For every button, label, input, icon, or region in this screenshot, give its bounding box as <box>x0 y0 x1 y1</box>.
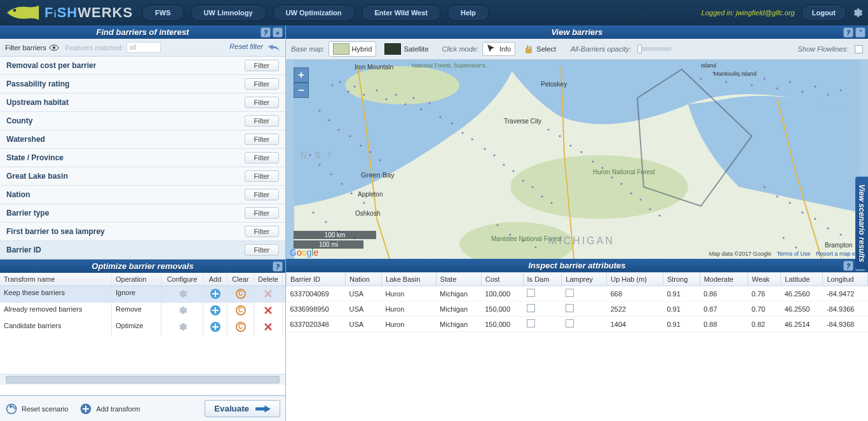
collapse-left-icon[interactable]: « <box>273 27 283 38</box>
nav-uw-limnology[interactable]: UW Limnology <box>191 4 266 21</box>
col-longitude[interactable]: Longitud <box>823 273 868 286</box>
filter-button[interactable]: Filter <box>245 244 279 256</box>
help-icon[interactable]: ? <box>261 27 271 38</box>
col-clear[interactable]: Clear <box>227 273 254 286</box>
col-nation[interactable]: Nation <box>345 273 381 286</box>
col-up-hab[interactable]: Up Hab (m) <box>607 273 663 286</box>
col-barrier-id[interactable]: Barrier ID <box>287 273 346 286</box>
col-transform-name[interactable]: Transform name <box>0 273 112 286</box>
nav-help[interactable]: Help <box>447 4 489 21</box>
collapse-up-icon[interactable]: ˆ <box>855 27 865 38</box>
col-lamprey[interactable]: Lamprey <box>562 273 607 286</box>
table-row[interactable]: 6337020348 USA Huron Michigan 150,000 14… <box>287 317 868 332</box>
checkbox[interactable] <box>566 319 574 328</box>
help-icon[interactable]: ? <box>843 27 853 38</box>
gear-icon[interactable] <box>177 322 187 332</box>
filter-button[interactable]: Filter <box>245 97 279 108</box>
zoom-in-button[interactable]: + <box>294 67 309 83</box>
transform-row[interactable]: Keep these barriers Ignore C <box>0 286 285 303</box>
col-moderate[interactable]: Moderate <box>700 273 748 286</box>
nav-enter-wild-west[interactable]: Enter Wild West <box>362 4 441 21</box>
plus-icon[interactable] <box>210 305 220 315</box>
svg-point-41 <box>484 148 485 149</box>
filter-button[interactable]: Filter <box>245 78 279 90</box>
col-strong[interactable]: Strong <box>663 273 700 286</box>
col-operation[interactable]: Operation <box>112 273 161 286</box>
svg-point-77 <box>763 186 765 188</box>
settings-icon[interactable] <box>851 7 863 18</box>
help-icon[interactable]: ? <box>843 261 853 271</box>
plus-icon[interactable] <box>210 322 220 332</box>
checkbox[interactable] <box>527 289 535 297</box>
logout-button[interactable]: Logout <box>801 4 846 21</box>
clear-icon[interactable]: C <box>236 322 246 332</box>
add-transform-button[interactable]: Add transform <box>79 403 140 415</box>
table-row[interactable]: 6337004069 USA Huron Michigan 100,000 66… <box>287 286 868 301</box>
eye-icon[interactable] <box>49 44 59 52</box>
checkbox[interactable] <box>527 304 535 312</box>
col-delete[interactable]: Delete <box>254 273 283 286</box>
plus-icon[interactable] <box>210 289 220 299</box>
svg-point-78 <box>776 195 778 197</box>
clear-icon[interactable]: C <box>236 289 246 299</box>
filter-button[interactable]: Filter <box>245 115 279 127</box>
nav-uw-optimization[interactable]: UW Optimization <box>273 4 355 21</box>
col-latitude[interactable]: Latitude <box>781 273 823 286</box>
optimize-header: Optimize barrier removals ? <box>0 259 285 273</box>
clickmode-info[interactable]: Info <box>482 42 515 56</box>
svg-text:Traverse City: Traverse City <box>504 118 541 125</box>
table-row[interactable]: 6336998950 USA Huron Michigan 150,000 25… <box>287 301 868 317</box>
filter-list: Removal cost per barrierFilter Passabili… <box>0 57 285 259</box>
horizontal-scrollbar[interactable] <box>0 374 285 385</box>
basemap-hybrid[interactable]: Hybrid <box>329 41 377 57</box>
filter-button[interactable]: Filter <box>245 226 279 237</box>
google-logo: Google <box>290 247 318 258</box>
filter-row: Barrier IDFilter <box>0 241 285 259</box>
filter-button[interactable]: Filter <box>245 134 279 145</box>
delete-icon[interactable] <box>263 322 273 332</box>
checkbox[interactable] <box>566 304 574 312</box>
filter-button[interactable]: Filter <box>245 152 279 163</box>
gear-icon[interactable] <box>177 289 187 299</box>
filter-button[interactable]: Filter <box>245 60 279 71</box>
zoom-out-button[interactable]: − <box>294 83 309 98</box>
col-weak[interactable]: Weak <box>748 273 781 286</box>
col-lake-basin[interactable]: Lake Basin <box>381 273 436 286</box>
svg-point-54 <box>559 135 560 137</box>
col-is-dam[interactable]: Is Dam <box>523 273 562 286</box>
cursor-info-icon <box>487 44 497 54</box>
col-cost[interactable]: Cost <box>481 273 523 286</box>
svg-point-47 <box>541 195 543 197</box>
clear-icon[interactable]: C <box>236 305 246 315</box>
svg-point-52 <box>534 246 536 248</box>
inspect-header: Inspect barrier attributes ? ˇ <box>286 259 868 272</box>
evaluate-button[interactable]: Evaluate <box>205 400 280 417</box>
svg-point-13 <box>376 89 377 91</box>
terms-link[interactable]: Terms of Use <box>776 251 810 257</box>
transform-row[interactable]: Already removed barriers Remove C <box>0 303 285 319</box>
filter-row: Passability ratingFilter <box>0 75 285 93</box>
filter-button[interactable]: Filter <box>245 170 279 182</box>
clickmode-select[interactable]: Select <box>519 42 560 56</box>
filter-button[interactable]: Filter <box>245 189 279 200</box>
col-add[interactable]: Add <box>203 273 227 286</box>
reset-scenario-button[interactable]: Reset scenario <box>5 403 68 415</box>
view-scenario-results-tab[interactable]: View scenario results <box>855 177 868 270</box>
checkbox[interactable] <box>527 319 535 328</box>
map-canvas[interactable]: Iron Mountain National Forest, Superviso… <box>286 60 868 259</box>
delete-icon[interactable] <box>263 305 273 315</box>
checkbox[interactable] <box>566 289 574 297</box>
transform-row[interactable]: Candidate barriers Optimize C <box>0 319 285 336</box>
view-barriers-header: View barriers ? ˆ <box>286 25 868 39</box>
help-icon[interactable]: ? <box>273 261 283 272</box>
hybrid-thumb-icon <box>333 43 349 55</box>
nav-fws[interactable]: FWS <box>142 4 184 21</box>
reset-filter-link[interactable]: Reset filter <box>229 43 280 52</box>
col-state[interactable]: State <box>436 273 481 286</box>
opacity-slider[interactable] <box>637 47 672 51</box>
flowlines-checkbox[interactable] <box>855 45 863 53</box>
filter-button[interactable]: Filter <box>245 207 279 219</box>
gear-icon[interactable] <box>177 305 187 315</box>
basemap-satellite[interactable]: Satellite <box>380 41 433 57</box>
col-configure[interactable]: Configure <box>161 273 203 286</box>
